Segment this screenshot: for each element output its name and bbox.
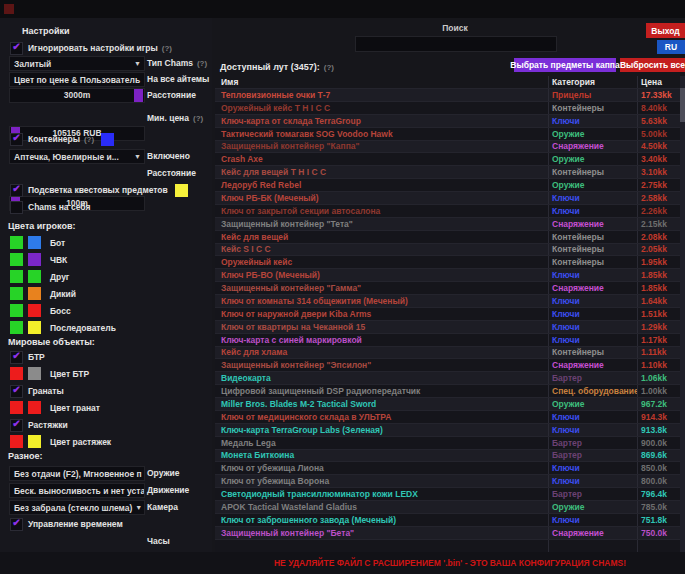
movement-dropdown[interactable]: Беск. выносливость и нет уста ▼ (9, 483, 145, 498)
color-swatch-secondary[interactable] (28, 321, 41, 334)
table-row[interactable]: Тепловизионные очки Т-7 Прицелы 17.33kk (215, 88, 685, 101)
table-row[interactable] (215, 539, 685, 552)
color-swatch-secondary[interactable] (28, 287, 41, 300)
table-scrollbar[interactable] (680, 76, 685, 552)
color-swatch-primary[interactable] (10, 270, 23, 283)
language-button[interactable]: RU (657, 40, 685, 54)
containers-checkbox[interactable]: ✔ Контейнеры (?) (10, 132, 114, 146)
color-swatch-primary[interactable] (10, 435, 23, 448)
table-row[interactable]: Ключ-карта от склада TerraGroup Ключи 5.… (215, 114, 685, 127)
camera-dropdown[interactable]: Без забрала (стекло шлема) ▼ (9, 500, 145, 515)
color-swatch-primary[interactable] (10, 321, 23, 334)
table-row[interactable]: Цифровой защищенный DSP радиопередатчик … (215, 384, 685, 397)
color-swatch-primary[interactable] (10, 236, 23, 249)
table-row[interactable]: Ключ от наружной двери Kiba Arms Ключи 1… (215, 307, 685, 320)
color-swatch-primary[interactable] (10, 287, 23, 300)
table-row[interactable]: Кейс для вещей T H I C C Контейнеры 3.10… (215, 165, 685, 178)
color-swatch-primary[interactable] (10, 304, 23, 317)
table-row[interactable]: Crash Axe Оружие 3.40kk (215, 152, 685, 165)
table-row[interactable]: Ледоруб Red Rebel Оружие 2.75kk (215, 178, 685, 191)
help-icon[interactable]: (?) (162, 44, 172, 53)
weapon-dropdown[interactable]: Без отдачи (F2), Мгновенное п ▼ (9, 466, 145, 481)
item-name: Оружейный кейс T H I C C (215, 103, 548, 113)
table-row[interactable]: Ключ РБ-БК (Меченый) Ключи 2.58kk (215, 191, 685, 204)
table-row[interactable]: Тактический томагавк SOG Voodoo Hawk Ору… (215, 127, 685, 140)
table-row[interactable]: Ключ-карта TerraGroup Labs (Зеленая) Клю… (215, 423, 685, 436)
table-row[interactable]: Защищенный контейнер "Эпсилон" Снаряжени… (215, 358, 685, 371)
exit-button[interactable]: Выход (646, 23, 685, 38)
color-swatch-primary[interactable] (10, 401, 23, 414)
chams-type-dropdown[interactable]: Залитый ▼ (9, 56, 145, 71)
table-row[interactable]: Видеокарта Бартер 1.06kk (215, 371, 685, 384)
distance-slider[interactable]: 3000m (9, 88, 145, 103)
table-row[interactable]: Ключ от медицинского склада в УЛЬТРА Клю… (215, 410, 685, 423)
help-icon[interactable]: (?) (324, 63, 334, 72)
color-swatch-secondary[interactable] (28, 304, 41, 317)
column-name[interactable]: Имя (215, 77, 548, 87)
color-swatch-primary[interactable] (10, 253, 23, 266)
color-swatch-secondary[interactable] (28, 236, 41, 249)
color-swatch-secondary[interactable] (28, 401, 41, 414)
checkbox-icon[interactable]: ✔ (10, 518, 23, 531)
table-row[interactable]: Защищенный контейнер "Гамма" Снаряжение … (215, 281, 685, 294)
checkbox-icon[interactable]: ✔ (10, 42, 23, 55)
quest-highlight-checkbox[interactable]: ✔ Подсветка квестовых предметов (10, 183, 188, 197)
table-row[interactable]: Оружейный кейс Контейнеры 1.95kk (215, 255, 685, 268)
world-object-checkbox[interactable]: ✔ Гранаты (10, 384, 64, 398)
table-row[interactable]: Светодиодный трансиллюминатор кожи LEDX … (215, 487, 685, 500)
time-control-checkbox[interactable]: ✔ Управление временем (10, 517, 123, 531)
color-swatch-secondary[interactable] (28, 253, 41, 266)
table-row[interactable]: Ключ РБ-ВО (Меченый) Ключи 1.85kk (215, 268, 685, 281)
containers-color-swatch[interactable] (101, 133, 114, 146)
slider-handle[interactable] (134, 89, 143, 102)
help-icon[interactable]: (?) (193, 114, 203, 123)
world-color-row: Цвет гранат (10, 401, 100, 414)
checkbox-icon[interactable]: ✔ (10, 133, 23, 146)
all-items-dropdown[interactable]: Цвет по цене & Пользователь ▼ (9, 72, 145, 87)
table-row[interactable]: Ключ от закрытой секции автосалона Ключи… (215, 204, 685, 217)
table-row[interactable]: Кейс для хлама Контейнеры 1.11kk (215, 346, 685, 359)
table-row[interactable]: Ключ от квартиры на Чеканной 15 Ключи 1.… (215, 320, 685, 333)
chevron-down-icon: ▼ (132, 504, 145, 511)
world-object-checkbox[interactable]: ✔ БТР (10, 350, 45, 364)
checkbox-icon[interactable]: ✔ (10, 351, 23, 364)
table-row[interactable]: Ключ от убежища Ворона Ключи 800.0k (215, 474, 685, 487)
table-row[interactable]: Кейс S I C C Контейнеры 2.05kk (215, 243, 685, 256)
scrollbar-thumb[interactable] (680, 88, 685, 122)
column-category[interactable]: Категория (548, 76, 637, 88)
search-input[interactable] (355, 36, 557, 52)
checkbox-icon[interactable]: ✔ (10, 184, 23, 197)
color-swatch-secondary[interactable] (28, 367, 41, 380)
table-row[interactable]: Защищенный контейнер "Тета" Снаряжение 2… (215, 217, 685, 230)
help-icon[interactable]: (?) (84, 135, 94, 144)
quest-color-swatch[interactable] (175, 184, 188, 197)
drop-all-button[interactable]: Выбросить все (620, 58, 685, 72)
table-row[interactable]: APOK Tactical Wasteland Gladius Оружие 7… (215, 500, 685, 513)
table-row[interactable]: Монета Биткоина Бартер 869.6k (215, 449, 685, 462)
table-row[interactable]: Ключ-карта с синей маркировкой Ключи 1.1… (215, 333, 685, 346)
color-swatch-secondary[interactable] (28, 270, 41, 283)
checkbox-icon[interactable] (10, 201, 23, 214)
chams-self-checkbox[interactable]: Chams на себя (10, 200, 90, 214)
world-object-checkbox[interactable]: ✔ Растяжки (10, 418, 68, 432)
table-row[interactable]: Кейс для вещей Контейнеры 2.08kk (215, 230, 685, 243)
table-row[interactable]: Miller Bros. Blades M-2 Tactical Sword О… (215, 397, 685, 410)
containers-filter-dropdown[interactable]: Аптечка, Ювелирные и... ▼ (9, 149, 145, 164)
table-row[interactable]: Медаль Lega Бартер 900.0k (215, 436, 685, 449)
checkbox-icon[interactable]: ✔ (10, 419, 23, 432)
column-price[interactable]: Цена (637, 76, 684, 88)
table-row[interactable]: Защищенный контейнер "Каппа" Снаряжение … (215, 140, 685, 153)
table-row[interactable]: Ключ от убежища Лиона Ключи 850.0k (215, 461, 685, 474)
help-icon[interactable]: (?) (197, 59, 207, 68)
table-row[interactable]: Ключ от комнаты 314 общежития (Меченый) … (215, 294, 685, 307)
checkbox-icon[interactable]: ✔ (10, 385, 23, 398)
table-row[interactable]: Защищенный контейнер "Бета" Снаряжение 7… (215, 526, 685, 539)
select-kappa-button[interactable]: Выбрать предметы каппа (514, 58, 616, 72)
item-price: 4.50kk (637, 141, 684, 153)
ignore-game-settings-checkbox[interactable]: ✔ Игнорировать настройки игры (?) (10, 41, 172, 55)
table-row[interactable]: Оружейный кейс T H I C C Контейнеры 8.40… (215, 101, 685, 114)
table-row[interactable]: Ключ от заброшенного завода (Меченый) Кл… (215, 513, 685, 526)
color-swatch-primary[interactable] (10, 367, 23, 380)
color-swatch-secondary[interactable] (28, 435, 41, 448)
item-category: Бартер (548, 372, 637, 384)
